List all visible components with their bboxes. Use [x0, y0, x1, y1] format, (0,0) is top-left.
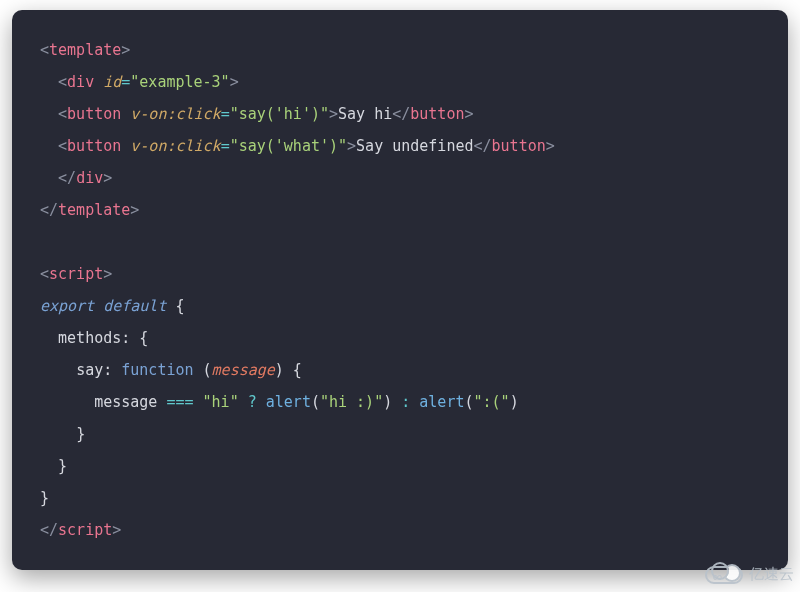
- code-token: button: [410, 105, 464, 123]
- code-token: >: [546, 137, 555, 155]
- code-token: (: [194, 361, 212, 379]
- code-line: say: function (message) {: [40, 354, 760, 386]
- code-line: </div>: [40, 162, 760, 194]
- code-token: <: [58, 73, 67, 91]
- code-token: >: [464, 105, 473, 123]
- code-token: button: [67, 105, 121, 123]
- code-token: >: [130, 201, 139, 219]
- code-line: export default {: [40, 290, 760, 322]
- code-token: >: [230, 73, 239, 91]
- code-token: =: [221, 105, 230, 123]
- code-token: </: [58, 169, 76, 187]
- code-token: message: [94, 393, 166, 411]
- code-token: v-on:click: [130, 137, 220, 155]
- code-token: <: [40, 265, 49, 283]
- code-token: Say undefined: [356, 137, 473, 155]
- code-token: >: [103, 265, 112, 283]
- code-line: </template>: [40, 194, 760, 226]
- code-token: =: [221, 137, 230, 155]
- code-token: [121, 137, 130, 155]
- code-token: template: [49, 41, 121, 59]
- code-token: div: [67, 73, 94, 91]
- code-token: </: [392, 105, 410, 123]
- code-token: <: [40, 41, 49, 59]
- code-token: =: [121, 73, 130, 91]
- code-line: <button v-on:click="say('what')">Say und…: [40, 130, 760, 162]
- code-token: <: [58, 105, 67, 123]
- code-token: alert: [266, 393, 311, 411]
- code-token: id: [103, 73, 121, 91]
- code-token: ): [383, 393, 401, 411]
- code-token: button: [492, 137, 546, 155]
- code-token: script: [49, 265, 103, 283]
- code-token: </: [474, 137, 492, 155]
- code-token: :: [401, 393, 419, 411]
- code-token: message: [212, 361, 275, 379]
- code-token: </: [40, 521, 58, 539]
- code-token: <: [58, 137, 67, 155]
- cloud-icon: ∞: [703, 562, 743, 586]
- code-token: Say hi: [338, 105, 392, 123]
- code-token: ) {: [275, 361, 302, 379]
- code-token: >: [112, 521, 121, 539]
- code-token: ===: [166, 393, 193, 411]
- watermark: ∞ 亿速云: [703, 562, 794, 586]
- code-token: {: [166, 297, 184, 315]
- code-line: <div id="example-3">: [40, 66, 760, 98]
- code-line: </script>: [40, 514, 760, 546]
- code-token: "hi": [203, 393, 239, 411]
- code-token: >: [103, 169, 112, 187]
- code-token: :: [103, 361, 121, 379]
- code-token: }: [40, 489, 49, 507]
- code-token: [94, 73, 103, 91]
- code-token: ":(": [474, 393, 510, 411]
- code-line: <button v-on:click="say('hi')">Say hi</b…: [40, 98, 760, 130]
- code-block: <template> <div id="example-3"> <button …: [40, 34, 760, 546]
- code-token: say: [76, 361, 103, 379]
- code-token: [194, 393, 203, 411]
- code-token: methods: [58, 329, 121, 347]
- code-token: >: [121, 41, 130, 59]
- code-token: template: [58, 201, 130, 219]
- code-line: [40, 226, 760, 258]
- code-line: methods: {: [40, 322, 760, 354]
- code-token: "say('hi')": [230, 105, 329, 123]
- code-token: </: [40, 201, 58, 219]
- code-line: <script>: [40, 258, 760, 290]
- watermark-text: 亿速云: [749, 565, 794, 584]
- code-token: script: [58, 521, 112, 539]
- code-token: ?: [239, 393, 266, 411]
- code-line: }: [40, 482, 760, 514]
- code-token: >: [329, 105, 338, 123]
- code-line: }: [40, 450, 760, 482]
- code-line: }: [40, 418, 760, 450]
- code-token: "example-3": [130, 73, 229, 91]
- code-token: div: [76, 169, 103, 187]
- code-token: ): [510, 393, 519, 411]
- code-token: }: [58, 457, 67, 475]
- code-token: "say('what')": [230, 137, 347, 155]
- code-line: message === "hi" ? alert("hi :)") : aler…: [40, 386, 760, 418]
- code-token: alert: [419, 393, 464, 411]
- code-line: <template>: [40, 34, 760, 66]
- code-token: (: [311, 393, 320, 411]
- code-token: [121, 105, 130, 123]
- code-token: >: [347, 137, 356, 155]
- code-token: : {: [121, 329, 148, 347]
- code-screenshot-frame: <template> <div id="example-3"> <button …: [12, 10, 788, 570]
- code-token: }: [76, 425, 85, 443]
- code-token: button: [67, 137, 121, 155]
- code-token: "hi :)": [320, 393, 383, 411]
- code-token: export default: [40, 297, 166, 315]
- code-token: function: [121, 361, 193, 379]
- code-token: (: [464, 393, 473, 411]
- code-token: v-on:click: [130, 105, 220, 123]
